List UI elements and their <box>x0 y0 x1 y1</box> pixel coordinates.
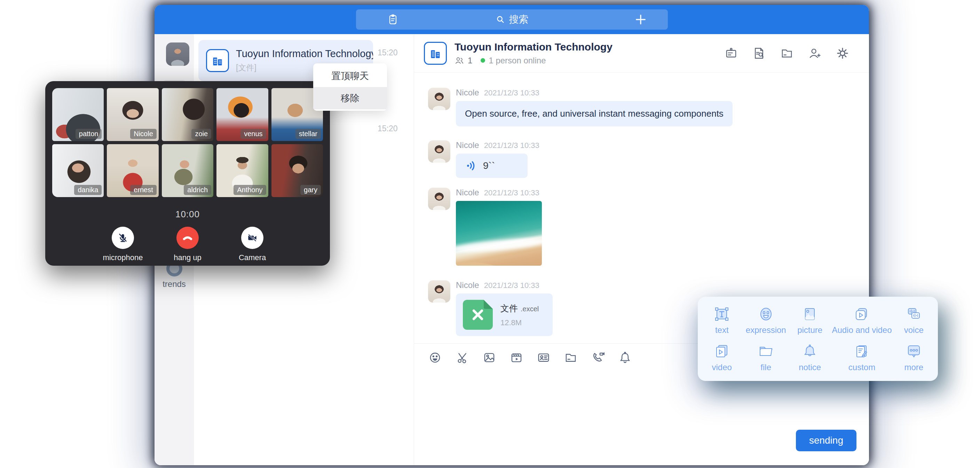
folder-icon <box>564 351 578 364</box>
panel-label: text <box>715 325 729 335</box>
notice-bell-icon <box>802 343 818 360</box>
scissors-icon <box>455 351 469 364</box>
conversation-title: Tuoyun Information Technology <box>236 48 373 59</box>
more-icon <box>905 343 922 360</box>
participant-name: danika <box>74 185 102 195</box>
video-button[interactable] <box>509 351 523 364</box>
avatar[interactable] <box>428 280 450 303</box>
send-button[interactable]: sending <box>796 430 856 451</box>
panel-item-expression[interactable]: expression <box>744 302 788 339</box>
message-type-panel: text expression picture Audio <box>698 297 938 381</box>
menu-item-pin[interactable]: 置顶聊天 <box>313 65 387 87</box>
participant-name: stellar <box>296 129 321 139</box>
panel-item-voice[interactable]: voice <box>892 302 936 339</box>
panel-label: picture <box>797 325 822 335</box>
image-button[interactable] <box>482 351 496 364</box>
panel-item-custom[interactable]: custom <box>832 339 892 376</box>
hangup-label: hang up <box>173 253 202 262</box>
search-history-button[interactable] <box>752 46 766 60</box>
panel-item-text[interactable]: text <box>700 302 744 339</box>
user-avatar[interactable] <box>166 43 189 66</box>
participant-name: aldrich <box>184 185 211 195</box>
panel-item-audio-video[interactable]: Audio and video <box>832 302 892 339</box>
trends-label: trends <box>154 279 194 289</box>
message-time: 2021/12/3 10:33 <box>484 188 539 197</box>
participant-tile: gary <box>272 144 323 197</box>
panel-label: voice <box>904 325 924 335</box>
mic-muted-icon <box>117 232 129 244</box>
camera-toggle[interactable]: Camera <box>230 227 275 262</box>
microphone-toggle[interactable]: microphone <box>100 227 145 262</box>
participant-name: patton <box>76 129 102 139</box>
panel-label: notice <box>799 363 821 372</box>
voice-bubble[interactable]: 9`` <box>456 153 528 178</box>
group-avatar-icon <box>206 49 229 72</box>
file-size: 12.8M <box>500 318 539 327</box>
panel-item-file[interactable]: file <box>744 339 788 376</box>
file-folder-icon <box>757 343 774 360</box>
participant-tile: aldrich <box>162 144 213 197</box>
camera-label: Camera <box>239 253 266 262</box>
settings-button[interactable] <box>835 46 850 60</box>
folder-icon <box>780 47 794 60</box>
panel-label: file <box>760 363 771 372</box>
file-name: 文件 <box>500 303 518 314</box>
document-search-icon <box>752 47 765 60</box>
panel-item-notice[interactable]: notice <box>788 339 832 376</box>
panel-item-picture[interactable]: picture <box>788 302 832 339</box>
camera-muted-icon <box>247 232 258 244</box>
app-topbar: 搜索 <box>154 5 869 34</box>
add-button[interactable] <box>634 13 648 26</box>
notification-button[interactable] <box>618 351 632 364</box>
screenshot-button[interactable] <box>455 351 469 364</box>
participant-tile: Anthony <box>216 144 268 197</box>
message-time: 2021/12/3 10:33 <box>484 141 539 150</box>
panel-label: more <box>904 363 923 372</box>
file-bubble[interactable]: 文件 .excel 12.8M <box>456 294 553 336</box>
avatar[interactable] <box>428 188 450 210</box>
member-count: 1 <box>468 56 472 65</box>
avatar[interactable] <box>428 88 450 110</box>
avatar[interactable] <box>428 141 450 163</box>
text-bubble[interactable]: Open source, free, and universal instant… <box>456 101 733 126</box>
search-placeholder: 搜索 <box>509 13 529 26</box>
menu-item-remove[interactable]: 移除 <box>313 87 387 109</box>
hangup-button[interactable]: hang up <box>165 227 210 262</box>
phone-camera-icon <box>591 351 605 364</box>
panel-item-more[interactable]: more <box>892 339 936 376</box>
excel-file-icon <box>463 300 493 330</box>
image-attachment-beach[interactable] <box>456 201 542 266</box>
sender-name: Nicole <box>456 141 479 150</box>
participant-tile: Nicole <box>107 88 158 141</box>
sender-name: Nicole <box>456 188 479 197</box>
contacts-icon[interactable] <box>387 13 399 26</box>
files-button[interactable] <box>780 46 794 60</box>
file-button[interactable] <box>564 351 578 364</box>
search-icon <box>495 14 506 25</box>
conversation-time: 15:20 <box>378 124 398 133</box>
members-icon <box>455 56 464 65</box>
participant-name: zoie <box>191 129 211 139</box>
notice-board-button[interactable] <box>724 46 738 60</box>
text-icon <box>713 306 730 323</box>
notice-board-icon <box>725 47 738 60</box>
message-voice: Nicole 2021/12/3 10:33 9`` <box>428 141 855 178</box>
chat-panel: Tuoyun Information Technology 1 1 person… <box>414 34 869 465</box>
id-card-icon <box>537 351 550 364</box>
message-time: 2021/12/3 10:33 <box>484 88 539 97</box>
picture-icon <box>483 351 496 364</box>
conversation-time: 15:20 <box>378 48 398 58</box>
panel-item-video[interactable]: video <box>700 339 744 376</box>
participant-name: gary <box>300 185 321 195</box>
search-field[interactable]: 搜索 <box>495 13 529 26</box>
online-status: 1 person online <box>488 56 546 65</box>
contact-card-button[interactable] <box>537 351 550 364</box>
call-button[interactable] <box>591 351 605 364</box>
hangup-icon <box>181 232 194 244</box>
search-bar[interactable]: 搜索 <box>356 10 668 30</box>
message-time: 2021/12/3 10:33 <box>484 281 539 290</box>
emoji-button[interactable] <box>428 351 442 364</box>
conversation-context-menu: 置顶聊天 移除 <box>313 63 387 111</box>
clapper-icon <box>510 351 523 364</box>
add-member-button[interactable] <box>808 46 822 60</box>
